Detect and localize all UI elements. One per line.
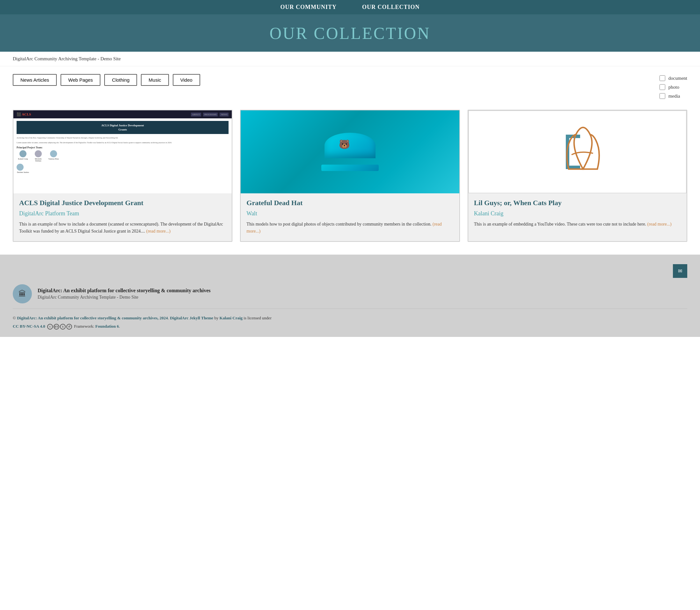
footer-framework-label: Framework: xyxy=(74,324,95,328)
cards-grid: ⬛ ACLS ABOUT PROGRAMS NEWS ACLS Digital … xyxy=(0,102,700,255)
checkbox-label-document: document xyxy=(668,76,687,81)
hat-bear-icon: 🐻 xyxy=(339,139,350,150)
checkboxes-group: documentphotomedia xyxy=(660,74,687,99)
cc-icon-nc: $ xyxy=(60,324,66,330)
read-more-acls-grant[interactable]: (read more...) xyxy=(146,229,170,234)
acls-screenshot: ⬛ ACLS ABOUT PROGRAMS NEWS ACLS Digital … xyxy=(13,110,232,193)
card-title-lil-guys: Lil Guys; or, When Cats Play xyxy=(474,198,681,208)
acls-header: ⬛ ACLS ABOUT PROGRAMS NEWS xyxy=(13,110,232,118)
footer-legal-line2: CC BY-NC-SA 4.0 © BY $ ↺ Framework: Foun… xyxy=(13,322,687,331)
checkbox-label-photo: photo xyxy=(668,84,679,90)
card-desc-acls-grant: This is an example of how to include a d… xyxy=(19,221,226,235)
cc-icon-c: © xyxy=(47,324,53,330)
footer-framework-suffix: . xyxy=(119,324,120,328)
card-image-lil-guys xyxy=(468,110,687,193)
checkbox-input-photo[interactable] xyxy=(660,84,665,90)
hat-brim xyxy=(321,165,379,171)
cc-icon-sa: ↺ xyxy=(66,324,72,330)
footer-divider xyxy=(13,308,687,309)
card-body-grateful-dead-hat: Grateful Dead HatWaltThis models how to … xyxy=(241,193,459,241)
acls-team-label: Principal Project Team: xyxy=(17,146,229,149)
footer-legal: © DigitalArc: An exhibit platform for co… xyxy=(13,314,687,331)
checkbox-label-media: media xyxy=(668,94,680,99)
copyright-symbol: © xyxy=(13,316,17,320)
acls-banner: ACLS Digital Justice DevelopmentGrants xyxy=(17,121,229,134)
filter-btn-music[interactable]: Music xyxy=(141,74,169,86)
cc-license-link[interactable]: CC BY-NC-SA 4.0 xyxy=(13,324,45,328)
hat-photo: 🐻 xyxy=(241,110,459,193)
card-author-lil-guys: Kalani Craig xyxy=(474,210,681,217)
acls-nav-links: ABOUT PROGRAMS NEWS xyxy=(191,113,229,116)
email-button[interactable]: ✉ xyxy=(673,264,687,278)
card-desc-lil-guys: This is an example of embedding a YouTub… xyxy=(474,221,681,228)
footer-brand-text: DigitalArc: An exhibit platform for coll… xyxy=(38,288,211,300)
card-image-acls-grant: ⬛ ACLS ABOUT PROGRAMS NEWS ACLS Digital … xyxy=(13,110,232,193)
card-desc-grateful-dead-hat: This models how to post digital photos o… xyxy=(246,221,453,235)
footer-avatar: 🏛 xyxy=(13,284,32,303)
legal-link3[interactable]: Kalani Craig xyxy=(220,316,243,320)
digitalarc-logo-svg xyxy=(549,123,606,180)
cc-icons: © BY $ ↺ xyxy=(47,324,72,330)
checkbox-input-document[interactable] xyxy=(660,75,665,81)
checkbox-document[interactable]: document xyxy=(660,75,687,81)
footer-brand-sub: DigitalArc Community Archiving Template … xyxy=(38,295,211,300)
card-grateful-dead-hat: 🐻 Grateful Dead HatWaltThis models how t… xyxy=(240,110,460,242)
acls-logo: ⬛ ACLS xyxy=(17,112,31,116)
checkbox-media[interactable]: media xyxy=(660,93,687,99)
acls-content: ACLS Digital Justice DevelopmentGrants A… xyxy=(13,118,232,193)
card-author-acls-grant: DigitalArc Platform Team xyxy=(19,210,226,217)
filter-buttons-group: News ArticlesWeb PagesClothingMusicVideo xyxy=(13,74,647,86)
filter-btn-news-articles[interactable]: News Articles xyxy=(13,74,57,86)
card-title-acls-grant: ACLS Digital Justice Development Grant xyxy=(19,198,226,208)
footer-framework-link[interactable]: Foundation 6 xyxy=(95,324,119,328)
hero-section: OUR COLLECTION xyxy=(0,14,700,52)
card-body-acls-grant: ACLS Digital Justice Development GrantDi… xyxy=(13,193,232,241)
filters-section: News ArticlesWeb PagesClothingMusicVideo… xyxy=(0,66,700,102)
hat-shape: 🐻 xyxy=(321,133,379,171)
breadcrumb: DigitalArc Community Archiving Template … xyxy=(0,52,700,66)
card-author-grateful-dead-hat: Walt xyxy=(246,210,453,217)
cc-icon-by: BY xyxy=(53,324,59,330)
card-image-grateful-dead-hat: 🐻 xyxy=(241,110,459,193)
footer: ✉ 🏛 DigitalArc: An exhibit platform for … xyxy=(0,255,700,337)
logo-image xyxy=(468,110,687,193)
filter-btn-video[interactable]: Video xyxy=(173,74,200,86)
hat-crown xyxy=(324,133,376,158)
card-acls-grant: ⬛ ACLS ABOUT PROGRAMS NEWS ACLS Digital … xyxy=(13,110,232,242)
checkbox-photo[interactable]: photo xyxy=(660,84,687,90)
footer-legal-line1: © DigitalArc: An exhibit platform for co… xyxy=(13,314,687,322)
hero-title: OUR COLLECTION xyxy=(0,24,700,43)
card-lil-guys: Lil Guys; or, When Cats PlayKalani Craig… xyxy=(468,110,687,242)
checkbox-input-media[interactable] xyxy=(660,93,665,99)
filter-btn-web-pages[interactable]: Web Pages xyxy=(61,74,100,86)
acls-body-text: Archiving Out of the Box: Supporting Com… xyxy=(17,137,229,140)
nav-bar: OUR COMMUNITYOUR COLLECTION xyxy=(0,0,700,14)
footer-brand: 🏛 DigitalArc: An exhibit platform for co… xyxy=(13,284,687,303)
filter-btn-clothing[interactable]: Clothing xyxy=(104,74,137,86)
nav-item-our-community[interactable]: OUR COMMUNITY xyxy=(280,4,337,11)
card-title-grateful-dead-hat: Grateful Dead Hat xyxy=(246,198,453,208)
acls-avatars: Kalani Craig Michelle Dalmau Vanessa Eli… xyxy=(17,150,229,162)
read-more-lil-guys[interactable]: (read more...) xyxy=(647,222,672,226)
legal-link2[interactable]: DigitalArc Jekyll Theme xyxy=(170,316,213,320)
read-more-grateful-dead-hat[interactable]: (read more...) xyxy=(246,222,441,234)
legal-link1[interactable]: DigitalArc: An exhibit platform for coll… xyxy=(17,316,168,320)
footer-email-section: ✉ xyxy=(13,264,687,278)
card-body-lil-guys: Lil Guys; or, When Cats PlayKalani Craig… xyxy=(468,193,687,241)
footer-brand-name: DigitalArc: An exhibit platform for coll… xyxy=(38,288,211,293)
nav-item-our-collection[interactable]: OUR COLLECTION xyxy=(362,4,420,11)
breadcrumb-text: DigitalArc Community Archiving Template … xyxy=(13,56,121,61)
